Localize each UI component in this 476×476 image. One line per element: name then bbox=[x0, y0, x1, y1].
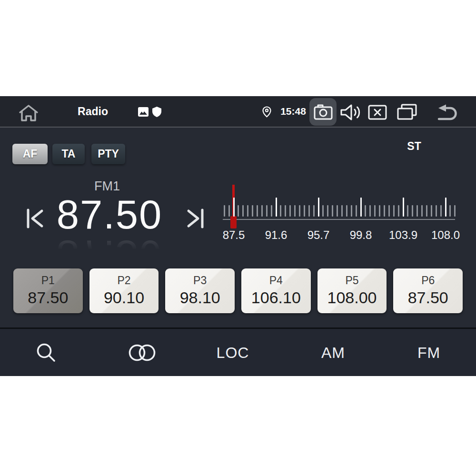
scale-minor-tick bbox=[257, 205, 258, 217]
scale-minor-tick bbox=[332, 205, 333, 217]
scale-major-tick bbox=[276, 198, 277, 217]
preset-row: P1 87.50 P2 90.10 P3 98.10 P4 106.10 P5 … bbox=[13, 268, 463, 313]
close-window-button[interactable] bbox=[368, 105, 387, 120]
scale-minor-tick bbox=[436, 205, 437, 217]
scale-minor-tick bbox=[449, 205, 451, 217]
scale-minor-tick bbox=[271, 205, 272, 217]
page-title: Radio bbox=[67, 96, 119, 127]
scale-minor-tick bbox=[299, 205, 300, 217]
seek-previous-icon bbox=[25, 208, 47, 229]
preset-button-p6[interactable]: P6 87.50 bbox=[393, 268, 463, 313]
seek-next-button[interactable] bbox=[184, 208, 206, 229]
scale-minor-tick bbox=[431, 205, 432, 217]
preset-button-p1[interactable]: P1 87.50 bbox=[13, 268, 83, 313]
af-button[interactable]: AF bbox=[12, 144, 48, 164]
scale-label: 103.9 bbox=[382, 228, 425, 242]
camera-icon bbox=[313, 103, 333, 120]
preset-button-p3[interactable]: P3 98.10 bbox=[165, 268, 235, 313]
tuning-needle-base[interactable] bbox=[230, 216, 237, 228]
close-window-icon bbox=[368, 105, 387, 120]
loc-button[interactable]: LOC bbox=[217, 344, 249, 361]
scale-minor-tick bbox=[294, 205, 296, 217]
scale-minor-tick bbox=[440, 205, 442, 217]
recent-apps-button[interactable] bbox=[397, 103, 417, 120]
preset-name: P5 bbox=[345, 274, 358, 288]
scale-minor-tick bbox=[289, 205, 291, 217]
scale-label: 87.5 bbox=[212, 228, 255, 242]
recent-apps-icon bbox=[397, 103, 417, 120]
scale-label: 95.7 bbox=[297, 228, 340, 242]
search-icon bbox=[35, 341, 58, 364]
fm-button[interactable]: FM bbox=[417, 344, 440, 361]
pty-button[interactable]: PTY bbox=[91, 144, 125, 164]
page: Radio 15:48 bbox=[0, 0, 476, 476]
scale-minor-tick bbox=[252, 205, 253, 217]
seek-previous-button[interactable] bbox=[25, 208, 47, 229]
scale-minor-tick bbox=[379, 205, 380, 217]
scale-minor-tick bbox=[313, 205, 315, 217]
am-button[interactable]: AM bbox=[321, 344, 345, 361]
scale-minor-tick bbox=[351, 205, 352, 217]
scale-minor-tick bbox=[384, 205, 385, 217]
scale-major-tick bbox=[318, 198, 319, 217]
scale-minor-tick bbox=[421, 205, 423, 217]
scale-minor-tick bbox=[261, 205, 263, 217]
stereo-indicator: ST bbox=[400, 140, 428, 153]
frequency-display: 87.50 bbox=[45, 194, 174, 235]
scale-minor-tick bbox=[416, 205, 418, 217]
scale-minor-tick bbox=[365, 205, 366, 217]
scale-minor-tick bbox=[238, 205, 239, 217]
scale-minor-tick bbox=[308, 205, 310, 217]
back-icon bbox=[436, 103, 459, 121]
photo-icon bbox=[138, 107, 149, 117]
scale-minor-tick bbox=[327, 205, 328, 217]
scale-major-tick bbox=[360, 198, 362, 217]
home-button[interactable] bbox=[17, 102, 40, 121]
volume-button[interactable] bbox=[340, 104, 362, 121]
scale-minor-tick bbox=[228, 205, 230, 217]
scale-minor-tick bbox=[346, 205, 347, 217]
scale-major-tick bbox=[445, 198, 446, 217]
scale-minor-tick bbox=[454, 205, 456, 217]
scale-baseline bbox=[223, 219, 455, 220]
preset-frequency: 106.10 bbox=[251, 288, 301, 308]
preset-button-p2[interactable]: P2 90.10 bbox=[89, 268, 159, 313]
preset-name: P2 bbox=[117, 274, 130, 288]
home-icon bbox=[17, 102, 40, 121]
scale-minor-tick bbox=[304, 205, 305, 217]
scale-minor-tick bbox=[369, 205, 371, 217]
preset-frequency: 90.10 bbox=[104, 288, 144, 308]
preset-name: P6 bbox=[421, 274, 435, 288]
repeat-loop-icon bbox=[128, 344, 156, 362]
shield-icon bbox=[152, 107, 161, 117]
back-button[interactable] bbox=[436, 103, 459, 121]
seek-next-icon bbox=[184, 208, 206, 229]
preset-frequency: 108.00 bbox=[327, 288, 377, 308]
scale-minor-tick bbox=[224, 205, 225, 217]
scale-major-tick bbox=[403, 198, 404, 217]
radio-app-screen: Radio 15:48 bbox=[0, 96, 476, 376]
preset-frequency: 98.10 bbox=[180, 288, 220, 308]
clock: 15:48 bbox=[276, 96, 310, 127]
scale-minor-tick bbox=[266, 205, 268, 217]
loop-button[interactable] bbox=[128, 344, 156, 362]
scale-minor-tick bbox=[337, 205, 338, 217]
scale-minor-tick bbox=[374, 205, 376, 217]
scale-minor-tick bbox=[412, 205, 413, 217]
preset-name: P4 bbox=[269, 274, 283, 288]
scale-minor-tick bbox=[393, 205, 395, 217]
ta-button[interactable]: TA bbox=[52, 144, 85, 164]
preset-name: P1 bbox=[41, 274, 55, 288]
scale-minor-tick bbox=[398, 205, 399, 217]
scale-minor-tick bbox=[242, 205, 244, 217]
preset-button-p4[interactable]: P4 106.10 bbox=[241, 268, 311, 313]
scale-minor-tick bbox=[426, 205, 427, 217]
scale-minor-tick bbox=[322, 205, 324, 217]
scale-label: 91.6 bbox=[255, 228, 298, 242]
camera-button[interactable] bbox=[309, 98, 337, 126]
search-scan-button[interactable] bbox=[35, 341, 58, 364]
bottom-toolbar: LOC AM FM bbox=[0, 327, 476, 376]
preset-button-p5[interactable]: P5 108.00 bbox=[317, 268, 387, 313]
scale-minor-tick bbox=[388, 205, 390, 217]
preset-frequency: 87.50 bbox=[408, 288, 448, 308]
